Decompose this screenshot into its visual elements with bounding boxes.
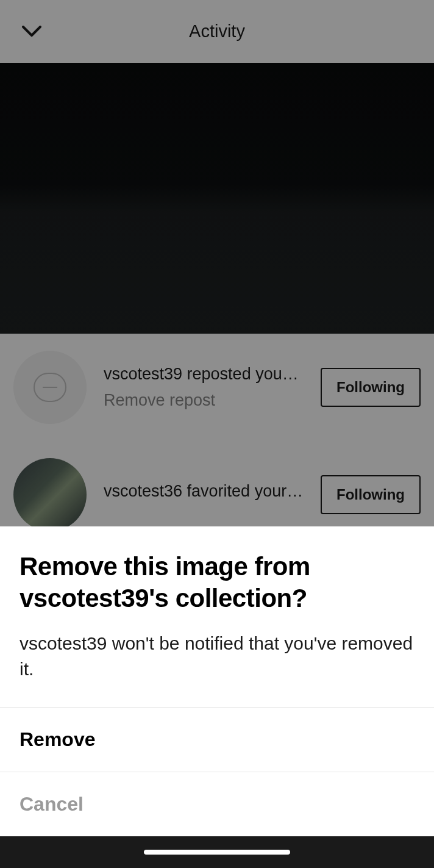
sheet-title: Remove this image from vscotest39's coll… (20, 551, 414, 615)
bottom-bar (0, 836, 434, 868)
cancel-button[interactable]: Cancel (0, 772, 434, 836)
remove-button[interactable]: Remove (0, 708, 434, 772)
sheet-body: vscotest39 won't be notified that you've… (20, 631, 414, 683)
home-indicator[interactable] (144, 850, 290, 855)
sheet-content: Remove this image from vscotest39's coll… (0, 526, 434, 707)
action-sheet: Remove this image from vscotest39's coll… (0, 526, 434, 836)
